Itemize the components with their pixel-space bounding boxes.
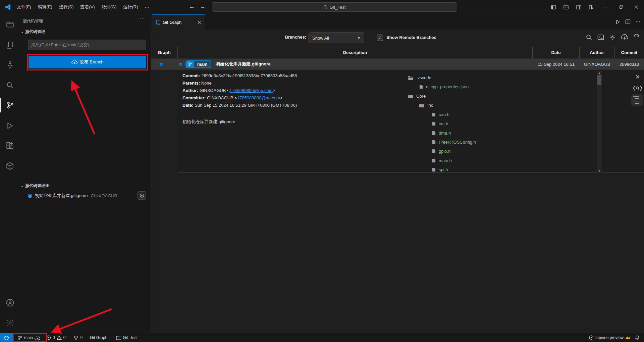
file-icon (432, 131, 436, 135)
more-actions-icon[interactable] (635, 19, 641, 25)
warnings-count: 0 (63, 335, 66, 340)
folder-icon (116, 336, 121, 340)
tab-git-graph[interactable]: Git Graph ✕ (152, 14, 205, 30)
column-graph[interactable]: Graph (151, 47, 178, 58)
tab-close-icon[interactable]: ✕ (197, 20, 201, 25)
scrollbar-thumb[interactable] (597, 75, 601, 85)
check-icon: ✓ (378, 35, 382, 40)
tree-file-gpio-h[interactable]: gpio.h (432, 147, 450, 156)
package-box-icon[interactable] (0, 158, 20, 173)
minimize-button[interactable] (598, 0, 613, 14)
menu-bar: 文件(F) 编辑(E) 选择(S) 查看(V) 转到(G) 运行(R) ··· (13, 0, 152, 14)
warnings-icon (57, 335, 62, 340)
show-remote-checkbox[interactable]: ✓ (377, 35, 383, 41)
tree-file-can-h[interactable]: can.h (432, 110, 449, 119)
branch-status-item[interactable]: main (15, 333, 43, 342)
run-debug-icon[interactable] (0, 118, 20, 133)
menu-selection[interactable]: 选择(S) (56, 3, 77, 11)
repo-settings-icon[interactable] (609, 34, 616, 41)
commit-table-header: Graph Description Date Author Commit (151, 47, 644, 58)
git-graph-webview: Branches: Show All ▼ ✓ Show Remote Branc… (151, 30, 644, 333)
nav-forward-icon[interactable]: → (199, 3, 207, 10)
tree-folder-inc[interactable]: Inc (419, 101, 433, 110)
crown-icon (625, 336, 630, 340)
details-scrollbar[interactable]: ▲ ▼ (597, 71, 602, 173)
source-control-icon[interactable] (0, 98, 20, 112)
refresh-icon[interactable] (633, 34, 640, 41)
tree-folder-vscode[interactable]: .vscode (408, 73, 431, 82)
scm-graph-commit-item[interactable]: 初始化仓库并新建.gitignore GINXOAGUB (20, 191, 151, 200)
menu-edit[interactable]: 编辑(E) (35, 3, 56, 11)
search-value: Git_Test (330, 5, 346, 10)
git-graph-tool-icons (586, 34, 640, 41)
file-view-toggle[interactable] (631, 94, 643, 106)
code-review-icon[interactable] (633, 84, 643, 92)
copy-files-icon[interactable] (0, 38, 20, 52)
file-icon (432, 158, 436, 163)
tabnine-status-item[interactable]: tabnine preview (587, 333, 633, 342)
tree-file-dma-h[interactable]: dma.h (432, 129, 451, 138)
scm-section-header[interactable]: ⌄ 源代码管理 (21, 29, 45, 35)
column-author[interactable]: Author (580, 47, 614, 58)
publish-branch-button[interactable]: 发布 Branch (29, 56, 146, 68)
git-graph-status-item[interactable]: Git Graph (88, 333, 110, 342)
column-date[interactable]: Date (533, 47, 580, 58)
scroll-up-icon[interactable]: ▲ (597, 71, 602, 75)
customize-layout-icon[interactable] (585, 0, 598, 14)
maximize-button[interactable] (613, 0, 629, 14)
remote-indicator[interactable] (0, 333, 13, 342)
tree-file-crc-h[interactable]: crc.h (432, 119, 448, 128)
column-commit[interactable]: Commit (614, 47, 644, 58)
commit-dot-icon (28, 194, 32, 198)
tree-file-c-cpp-properties[interactable]: c_cpp_properties.json (419, 82, 469, 91)
goto-commit-button[interactable] (138, 191, 146, 200)
chevron-down-icon: ⌄ (21, 30, 24, 34)
scm-graph-section-header[interactable]: ⌄ 源代码管理图 (21, 183, 49, 189)
author-email-link[interactable]: 1785989800@qq.com (230, 88, 273, 93)
sidebar-more-icon[interactable]: ··· (137, 16, 144, 22)
commit-message-input[interactable] (28, 40, 146, 50)
run-file-icon[interactable] (615, 19, 621, 25)
terminal-icon[interactable] (597, 34, 604, 41)
toggle-secondary-sidebar-icon[interactable] (572, 0, 585, 14)
extensions-icon[interactable] (0, 138, 20, 153)
toggle-panel-icon[interactable] (559, 0, 572, 14)
split-editor-icon[interactable] (625, 19, 631, 25)
show-remote-label: Show Remote Branches (386, 35, 436, 40)
tree-view-icon[interactable] (0, 57, 20, 72)
tree-file-main-h[interactable]: main.h (432, 156, 452, 165)
account-icon[interactable] (0, 295, 20, 310)
toggle-primary-sidebar-icon[interactable] (547, 0, 559, 14)
column-description[interactable]: Description (178, 47, 533, 58)
nav-back-icon[interactable]: ← (188, 3, 196, 10)
tree-file-freertosconfig-h[interactable]: FreeRTOSConfig.h (432, 138, 476, 147)
notifications-item[interactable] (633, 333, 642, 342)
scroll-down-icon[interactable]: ▼ (597, 169, 602, 173)
menu-file[interactable]: 文件(F) (13, 3, 35, 11)
branches-dropdown[interactable]: Show All ▼ (309, 33, 364, 43)
fetch-remote-icon[interactable] (621, 34, 628, 41)
committer-email-link[interactable]: 1785989800@qq.com (237, 95, 280, 100)
menu-run[interactable]: 运行(R) (120, 3, 141, 11)
commit-row[interactable]: main 初始化仓库并新建.gitignore 15 Sep 2024 16:5… (151, 59, 644, 70)
tree-folder-core[interactable]: Core (408, 92, 426, 101)
problems-status-item[interactable]: 0 0 (44, 333, 68, 342)
search-sidebar-icon[interactable] (0, 78, 20, 92)
project-status-item[interactable]: Git_Test (114, 333, 140, 342)
file-icon (419, 85, 423, 89)
tree-file-spi-h[interactable]: spi.h (432, 165, 448, 174)
chevron-down-icon: ▼ (357, 36, 361, 40)
settings-gear-icon[interactable] (0, 315, 20, 330)
git-branch-icon (18, 335, 22, 340)
menu-view[interactable]: 查看(V) (77, 3, 98, 11)
find-commit-icon[interactable] (586, 34, 592, 41)
command-center-search[interactable]: Git_Test (212, 2, 457, 12)
close-window-button[interactable] (629, 0, 644, 14)
explorer-folder-icon[interactable] (0, 17, 20, 32)
menu-goto[interactable]: 转到(G) (98, 3, 120, 11)
branch-chip[interactable]: main (185, 60, 211, 68)
close-details-icon[interactable]: ✕ (634, 73, 641, 81)
scm-section-label: 源代码管理 (25, 29, 45, 35)
menu-more-icon[interactable]: ··· (141, 3, 152, 11)
ports-status-item[interactable]: 0 (71, 333, 85, 342)
